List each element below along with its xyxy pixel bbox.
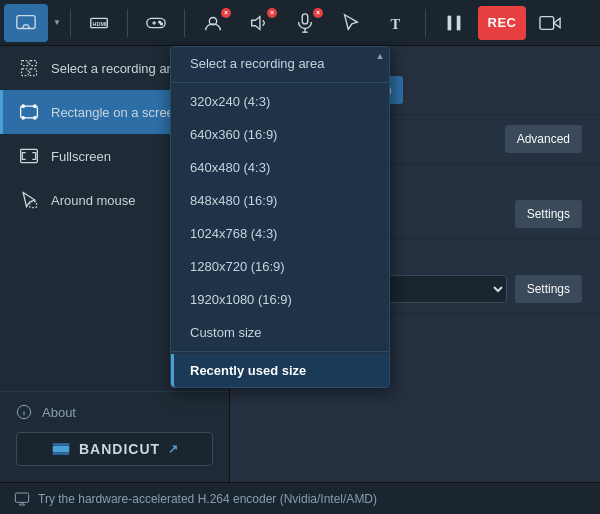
svg-rect-31 <box>53 446 70 453</box>
dropdown-item-8[interactable]: Custom size <box>171 316 389 349</box>
bandicut-arrow: ↗ <box>168 442 178 456</box>
svg-rect-33 <box>53 452 70 455</box>
settings-button-2[interactable]: Settings <box>515 275 582 303</box>
separator-3 <box>184 9 185 37</box>
camera-btn[interactable] <box>528 4 572 42</box>
svg-text:HDMI: HDMI <box>93 20 108 26</box>
main-area: Select a recording area Rectangle on a s… <box>0 46 600 482</box>
dropdown-arrow-btn[interactable]: ▼ <box>50 4 64 42</box>
mouse-icon <box>19 190 39 210</box>
status-icon <box>14 491 30 507</box>
dropdown-item-3[interactable]: 640x480 (4:3) <box>171 151 389 184</box>
dropdown-item-4[interactable]: 848x480 (16:9) <box>171 184 389 217</box>
dropdown-item-7[interactable]: 1920x1080 (16:9) <box>171 283 389 316</box>
svg-marker-9 <box>252 16 260 29</box>
svg-point-7 <box>161 23 163 25</box>
settings-button-1[interactable]: Settings <box>515 200 582 228</box>
bandicut-label: BANDICUT <box>79 441 160 457</box>
text-btn[interactable]: T <box>375 4 419 42</box>
dropdown-item-2[interactable]: 640x360 (16:9) <box>171 118 389 151</box>
bandicut-icon <box>51 439 71 459</box>
separator-2 <box>127 9 128 37</box>
rec-button[interactable]: REC <box>478 6 526 40</box>
fullscreen-icon <box>19 146 39 166</box>
svg-rect-17 <box>22 61 29 66</box>
audio-btn[interactable]: × <box>237 4 281 42</box>
toolbar: ▼ HDMI × × <box>0 0 600 46</box>
status-bar: Try the hardware-accelerated H.264 encod… <box>0 482 600 514</box>
audio-x-badge: × <box>267 8 277 18</box>
svg-rect-26 <box>21 149 38 162</box>
about-label: About <box>42 405 76 420</box>
dropdown-separator <box>171 82 389 83</box>
svg-point-23 <box>34 105 37 108</box>
mic-btn[interactable]: × <box>283 4 327 42</box>
about-icon <box>16 404 32 420</box>
dropdown-item-0[interactable]: Select a recording area <box>171 47 389 80</box>
dropdown-separator-2 <box>171 351 389 352</box>
svg-rect-27 <box>30 202 37 208</box>
screen-record-btn[interactable] <box>4 4 48 42</box>
scroll-up-arrow[interactable]: ▲ <box>373 49 387 63</box>
svg-rect-15 <box>457 15 461 30</box>
svg-rect-16 <box>540 16 554 29</box>
svg-rect-0 <box>17 15 35 28</box>
svg-rect-20 <box>30 69 37 76</box>
cursor-btn[interactable] <box>329 4 373 42</box>
dropdown-menu: ▲ Select a recording area 320x240 (4:3) … <box>170 46 390 388</box>
svg-rect-14 <box>448 15 452 30</box>
select-icon <box>19 58 39 78</box>
svg-point-22 <box>22 105 25 108</box>
advanced-button[interactable]: Advanced <box>505 125 582 153</box>
hdmi-btn[interactable]: HDMI <box>77 4 121 42</box>
status-message: Try the hardware-accelerated H.264 encod… <box>38 492 377 506</box>
webcam-x-badge: × <box>221 8 231 18</box>
svg-rect-10 <box>302 13 308 23</box>
bandicut-logo[interactable]: BANDICUT ↗ <box>16 432 213 466</box>
game-btn[interactable] <box>134 4 178 42</box>
separator-4 <box>425 9 426 37</box>
rectangle-icon <box>19 102 39 122</box>
svg-text:T: T <box>391 15 401 31</box>
dropdown-item-5[interactable]: 1024x768 (4:3) <box>171 217 389 250</box>
svg-rect-34 <box>15 493 28 502</box>
dropdown-item-1[interactable]: 320x240 (4:3) <box>171 85 389 118</box>
webcam-btn[interactable]: × <box>191 4 235 42</box>
about-section[interactable]: About <box>0 391 229 432</box>
svg-rect-19 <box>22 69 29 76</box>
svg-rect-32 <box>53 443 70 446</box>
separator-1 <box>70 9 71 37</box>
svg-point-24 <box>22 117 25 120</box>
svg-rect-18 <box>30 61 37 66</box>
mic-x-badge: × <box>313 8 323 18</box>
svg-point-6 <box>159 21 161 23</box>
dropdown-item-9[interactable]: Recently used size <box>171 354 389 387</box>
svg-point-25 <box>34 117 37 120</box>
pause-btn[interactable] <box>432 4 476 42</box>
dropdown-item-6[interactable]: 1280x720 (16:9) <box>171 250 389 283</box>
